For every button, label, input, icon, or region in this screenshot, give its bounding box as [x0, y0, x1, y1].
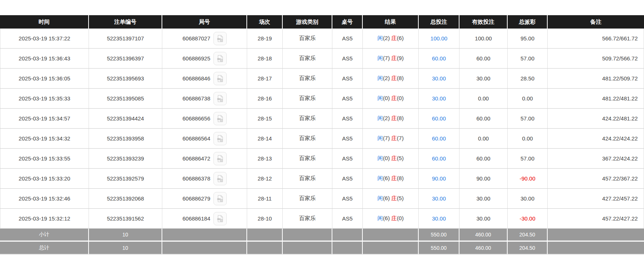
session-cell: 28-19	[247, 29, 283, 49]
video-replay-button[interactable]	[213, 132, 227, 145]
time-cell: 2025-03-19 15:36:43	[0, 49, 89, 69]
remark-cell: 367.22/424.22	[548, 149, 644, 169]
round-id-group: 606886738	[182, 92, 226, 105]
remark-cell: 427.22/457.22	[548, 189, 644, 209]
video-file-icon	[216, 95, 224, 103]
time-cell: 2025-03-19 15:35:33	[0, 89, 89, 109]
table-id-cell: AS5	[332, 189, 363, 209]
round-id-value: 606886564	[182, 135, 210, 142]
video-file-icon	[216, 54, 224, 63]
remark-cell: 424.22/424.22	[548, 129, 644, 149]
remark-cell: 481.22/509.72	[548, 69, 644, 89]
video-replay-button[interactable]	[213, 52, 227, 65]
round-id-value: 606886925	[182, 55, 210, 62]
table-id-cell: AS5	[332, 69, 363, 89]
remark-cell: 481.22/481.22	[548, 89, 644, 109]
player-result-label: 闲	[378, 135, 383, 141]
result-cell: 闲(6) 庄(8)	[363, 169, 419, 189]
valid-bet-cell: 30.00	[459, 209, 508, 229]
time-cell: 2025-03-19 15:34:32	[0, 129, 89, 149]
payout-cell: 28.50	[508, 69, 548, 89]
bet-id-cell: 522351394424	[89, 109, 162, 129]
summary-empty-cell	[548, 242, 644, 255]
video-replay-button[interactable]	[213, 72, 227, 85]
round-id-cell: 606886564	[162, 129, 247, 149]
summary-empty-cell	[283, 242, 332, 255]
bet-id-cell: 522351392068	[89, 189, 162, 209]
payout-cell: 30.00	[508, 189, 548, 209]
session-cell: 28-10	[247, 209, 283, 229]
valid-bet-cell: 30.00	[459, 69, 508, 89]
total-bet-cell: 60.00	[419, 149, 459, 169]
video-replay-button[interactable]	[213, 172, 227, 185]
table-row: 2025-03-19 15:36:05522351395693606886846…	[0, 69, 644, 89]
bet-id-cell: 522351396397	[89, 49, 162, 69]
summary-count-cell: 10	[89, 229, 162, 242]
summary-total-bet-cell: 550.00	[419, 229, 459, 242]
table-id-cell: AS5	[332, 89, 363, 109]
valid-bet-cell: 60.00	[459, 149, 508, 169]
video-replay-button[interactable]	[213, 32, 227, 45]
table-row: 2025-03-19 15:34:57522351394424606886656…	[0, 109, 644, 129]
time-cell: 2025-03-19 15:36:05	[0, 69, 89, 89]
total-bet-cell: 60.00	[419, 129, 459, 149]
video-file-icon	[216, 155, 224, 163]
result-cell: 闲(6) 庄(5)	[363, 189, 419, 209]
table-id-cell: AS5	[332, 169, 363, 189]
session-cell: 28-11	[247, 189, 283, 209]
round-id-cell: 606886184	[162, 209, 247, 229]
bet-records-table: 时间 注单编号 局号 场次 游戏类别 桌号 结果 总投注 有效投注 总派彩 备注…	[0, 15, 644, 255]
total-bet-cell: 30.00	[419, 89, 459, 109]
time-cell: 2025-03-19 15:32:46	[0, 189, 89, 209]
video-replay-button[interactable]	[213, 92, 227, 105]
valid-bet-cell: 60.00	[459, 49, 508, 69]
player-result-label: 闲	[378, 155, 383, 161]
valid-bet-cell: 100.00	[459, 29, 508, 49]
remark-cell: 457.22/367.22	[548, 169, 644, 189]
video-replay-button[interactable]	[213, 212, 227, 225]
round-id-group: 606886472	[182, 152, 226, 165]
total-bet-cell: 60.00	[419, 49, 459, 69]
banker-result-label: 庄	[391, 135, 397, 141]
valid-bet-cell: 0.00	[459, 89, 508, 109]
session-cell: 28-17	[247, 69, 283, 89]
remark-cell: 566.72/661.72	[548, 29, 644, 49]
result-cell: 闲(7) 庄(9)	[363, 49, 419, 69]
game-type-cell: 百家乐	[283, 89, 332, 109]
summary-valid-bet-cell: 460.00	[459, 229, 508, 242]
round-id-group: 606886656	[182, 112, 226, 125]
summary-count-cell: 10	[89, 242, 162, 255]
video-replay-button[interactable]	[213, 112, 227, 125]
total-bet-cell: 100.00	[419, 29, 459, 49]
video-file-icon	[216, 74, 224, 83]
banker-result-label: 庄	[391, 95, 397, 101]
video-replay-button[interactable]	[213, 152, 227, 165]
video-file-icon	[216, 34, 224, 43]
remark-cell: 509.72/566.72	[548, 49, 644, 69]
game-type-cell: 百家乐	[283, 109, 332, 129]
payout-cell: -90.00	[508, 169, 548, 189]
banker-result-label: 庄	[391, 55, 397, 61]
round-id-value: 606886738	[182, 95, 210, 102]
round-id-cell: 606886378	[162, 169, 247, 189]
video-replay-button[interactable]	[213, 192, 227, 205]
session-cell: 28-18	[247, 49, 283, 69]
summary-empty-cell	[332, 242, 363, 255]
grandtotal-row: 总计10550.00460.00204.50	[0, 242, 644, 255]
summary-empty-cell	[247, 242, 283, 255]
banker-result-label: 庄	[391, 155, 397, 161]
time-cell: 2025-03-19 15:34:57	[0, 109, 89, 129]
table-row: 2025-03-19 15:37:22522351397107606887027…	[0, 29, 644, 49]
game-type-cell: 百家乐	[283, 129, 332, 149]
round-id-cell: 606886738	[162, 89, 247, 109]
summary-empty-cell	[247, 229, 283, 242]
payout-cell: 0.00	[508, 129, 548, 149]
column-header-total-bet: 总投注	[419, 15, 459, 29]
column-header-bet-id: 注单编号	[89, 15, 162, 29]
round-id-cell: 606886925	[162, 49, 247, 69]
player-result-label: 闲	[378, 95, 383, 101]
round-id-group: 606886184	[182, 212, 226, 225]
game-type-cell: 百家乐	[283, 29, 332, 49]
round-id-group: 606886846	[182, 72, 226, 85]
bet-id-cell: 522351395693	[89, 69, 162, 89]
